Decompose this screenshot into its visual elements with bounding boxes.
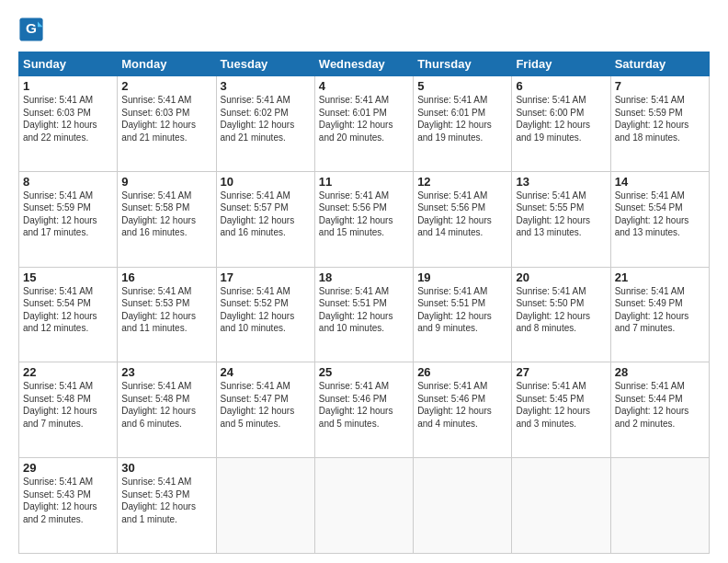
- cell-details: Sunrise: 5:41 AM Sunset: 5:49 PM Dayligh…: [615, 285, 705, 335]
- calendar-cell: 28Sunrise: 5:41 AM Sunset: 5:44 PM Dayli…: [610, 362, 709, 458]
- cell-details: Sunrise: 5:41 AM Sunset: 6:01 PM Dayligh…: [319, 94, 409, 144]
- weekday-header-thursday: Thursday: [414, 52, 512, 76]
- day-number: 27: [516, 365, 606, 379]
- day-number: 10: [221, 175, 311, 189]
- calendar-cell: 12Sunrise: 5:41 AM Sunset: 5:56 PM Dayli…: [414, 171, 512, 267]
- logo-icon: G: [18, 17, 44, 42]
- calendar-cell: 24Sunrise: 5:41 AM Sunset: 5:47 PM Dayli…: [216, 362, 314, 458]
- cell-details: Sunrise: 5:41 AM Sunset: 5:50 PM Dayligh…: [516, 285, 606, 335]
- calendar-cell: [216, 458, 314, 554]
- day-number: 15: [23, 270, 113, 284]
- calendar-cell: 10Sunrise: 5:41 AM Sunset: 5:57 PM Dayli…: [216, 171, 314, 267]
- calendar-cell: 15Sunrise: 5:41 AM Sunset: 5:54 PM Dayli…: [19, 267, 118, 362]
- cell-details: Sunrise: 5:41 AM Sunset: 5:46 PM Dayligh…: [319, 380, 409, 430]
- cell-details: Sunrise: 5:41 AM Sunset: 5:48 PM Dayligh…: [121, 380, 211, 430]
- cell-details: Sunrise: 5:41 AM Sunset: 5:57 PM Dayligh…: [221, 190, 311, 239]
- cell-details: Sunrise: 5:41 AM Sunset: 5:44 PM Dayligh…: [615, 380, 705, 430]
- calendar-table: SundayMondayTuesdayWednesdayThursdayFrid…: [18, 52, 710, 554]
- logo: G: [18, 17, 46, 42]
- calendar-cell: 17Sunrise: 5:41 AM Sunset: 5:52 PM Dayli…: [216, 267, 314, 362]
- weekday-header-saturday: Saturday: [610, 52, 709, 76]
- calendar-cell: [512, 458, 610, 554]
- day-number: 9: [121, 175, 211, 189]
- cell-details: Sunrise: 5:41 AM Sunset: 5:43 PM Dayligh…: [23, 476, 113, 525]
- weekday-header-wednesday: Wednesday: [314, 52, 413, 76]
- calendar-cell: 3Sunrise: 5:41 AM Sunset: 6:02 PM Daylig…: [216, 76, 314, 172]
- cell-details: Sunrise: 5:41 AM Sunset: 5:45 PM Dayligh…: [516, 380, 606, 430]
- cell-details: Sunrise: 5:41 AM Sunset: 5:43 PM Dayligh…: [121, 476, 211, 525]
- calendar-cell: 25Sunrise: 5:41 AM Sunset: 5:46 PM Dayli…: [314, 362, 413, 458]
- day-number: 7: [615, 79, 705, 93]
- day-number: 18: [319, 270, 409, 284]
- calendar-cell: 23Sunrise: 5:41 AM Sunset: 5:48 PM Dayli…: [118, 362, 216, 458]
- calendar-cell: 9Sunrise: 5:41 AM Sunset: 5:58 PM Daylig…: [118, 171, 216, 267]
- day-number: 11: [319, 175, 409, 189]
- calendar-cell: 22Sunrise: 5:41 AM Sunset: 5:48 PM Dayli…: [19, 362, 118, 458]
- day-number: 30: [121, 461, 211, 475]
- calendar-cell: 21Sunrise: 5:41 AM Sunset: 5:49 PM Dayli…: [610, 267, 709, 362]
- calendar-cell: 5Sunrise: 5:41 AM Sunset: 6:01 PM Daylig…: [414, 76, 512, 172]
- calendar-cell: 19Sunrise: 5:41 AM Sunset: 5:51 PM Dayli…: [414, 267, 512, 362]
- calendar-cell: 2Sunrise: 5:41 AM Sunset: 6:03 PM Daylig…: [118, 76, 216, 172]
- cell-details: Sunrise: 5:41 AM Sunset: 5:54 PM Dayligh…: [615, 190, 705, 239]
- calendar-cell: 6Sunrise: 5:41 AM Sunset: 6:00 PM Daylig…: [512, 76, 610, 172]
- calendar-cell: 16Sunrise: 5:41 AM Sunset: 5:53 PM Dayli…: [118, 267, 216, 362]
- day-number: 29: [23, 461, 113, 475]
- calendar-cell: 7Sunrise: 5:41 AM Sunset: 5:59 PM Daylig…: [610, 76, 709, 172]
- cell-details: Sunrise: 5:41 AM Sunset: 5:51 PM Dayligh…: [319, 285, 409, 335]
- weekday-header-friday: Friday: [512, 52, 610, 76]
- day-number: 14: [615, 175, 705, 189]
- day-number: 21: [615, 270, 705, 284]
- cell-details: Sunrise: 5:41 AM Sunset: 5:52 PM Dayligh…: [221, 285, 311, 335]
- cell-details: Sunrise: 5:41 AM Sunset: 6:00 PM Dayligh…: [516, 94, 606, 144]
- calendar-cell: 18Sunrise: 5:41 AM Sunset: 5:51 PM Dayli…: [314, 267, 413, 362]
- cell-details: Sunrise: 5:41 AM Sunset: 5:59 PM Dayligh…: [615, 94, 705, 144]
- calendar-cell: 11Sunrise: 5:41 AM Sunset: 5:56 PM Dayli…: [314, 171, 413, 267]
- day-number: 3: [221, 79, 311, 93]
- header: G: [18, 17, 710, 42]
- day-number: 26: [417, 365, 507, 379]
- cell-details: Sunrise: 5:41 AM Sunset: 5:56 PM Dayligh…: [417, 190, 507, 239]
- cell-details: Sunrise: 5:41 AM Sunset: 6:03 PM Dayligh…: [121, 94, 211, 144]
- cell-details: Sunrise: 5:41 AM Sunset: 6:02 PM Dayligh…: [221, 94, 311, 144]
- svg-text:G: G: [26, 20, 37, 36]
- weekday-header-monday: Monday: [118, 52, 216, 76]
- day-number: 2: [121, 79, 211, 93]
- cell-details: Sunrise: 5:41 AM Sunset: 6:03 PM Dayligh…: [23, 94, 113, 144]
- calendar-cell: 1Sunrise: 5:41 AM Sunset: 6:03 PM Daylig…: [19, 76, 118, 172]
- calendar-cell: 20Sunrise: 5:41 AM Sunset: 5:50 PM Dayli…: [512, 267, 610, 362]
- cell-details: Sunrise: 5:41 AM Sunset: 5:46 PM Dayligh…: [417, 380, 507, 430]
- calendar-cell: 4Sunrise: 5:41 AM Sunset: 6:01 PM Daylig…: [314, 76, 413, 172]
- cell-details: Sunrise: 5:41 AM Sunset: 5:54 PM Dayligh…: [23, 285, 113, 335]
- day-number: 25: [319, 365, 409, 379]
- cell-details: Sunrise: 5:41 AM Sunset: 5:53 PM Dayligh…: [121, 285, 211, 335]
- day-number: 22: [23, 365, 113, 379]
- cell-details: Sunrise: 5:41 AM Sunset: 5:47 PM Dayligh…: [221, 380, 311, 430]
- day-number: 24: [221, 365, 311, 379]
- day-number: 8: [23, 175, 113, 189]
- calendar-cell: 29Sunrise: 5:41 AM Sunset: 5:43 PM Dayli…: [19, 458, 118, 554]
- day-number: 17: [221, 270, 311, 284]
- day-number: 4: [319, 79, 409, 93]
- calendar-cell: [610, 458, 709, 554]
- day-number: 5: [417, 79, 507, 93]
- day-number: 23: [121, 365, 211, 379]
- weekday-header-sunday: Sunday: [19, 52, 118, 76]
- day-number: 19: [417, 270, 507, 284]
- day-number: 6: [516, 79, 606, 93]
- day-number: 28: [615, 365, 705, 379]
- calendar-cell: 26Sunrise: 5:41 AM Sunset: 5:46 PM Dayli…: [414, 362, 512, 458]
- day-number: 13: [516, 175, 606, 189]
- cell-details: Sunrise: 5:41 AM Sunset: 5:55 PM Dayligh…: [516, 190, 606, 239]
- calendar-cell: 14Sunrise: 5:41 AM Sunset: 5:54 PM Dayli…: [610, 171, 709, 267]
- day-number: 1: [23, 79, 113, 93]
- calendar-cell: 30Sunrise: 5:41 AM Sunset: 5:43 PM Dayli…: [118, 458, 216, 554]
- calendar-cell: [414, 458, 512, 554]
- calendar-cell: 27Sunrise: 5:41 AM Sunset: 5:45 PM Dayli…: [512, 362, 610, 458]
- day-number: 12: [417, 175, 507, 189]
- cell-details: Sunrise: 5:41 AM Sunset: 5:51 PM Dayligh…: [417, 285, 507, 335]
- calendar-cell: [314, 458, 413, 554]
- cell-details: Sunrise: 5:41 AM Sunset: 6:01 PM Dayligh…: [417, 94, 507, 144]
- calendar-cell: 13Sunrise: 5:41 AM Sunset: 5:55 PM Dayli…: [512, 171, 610, 267]
- cell-details: Sunrise: 5:41 AM Sunset: 5:58 PM Dayligh…: [121, 190, 211, 239]
